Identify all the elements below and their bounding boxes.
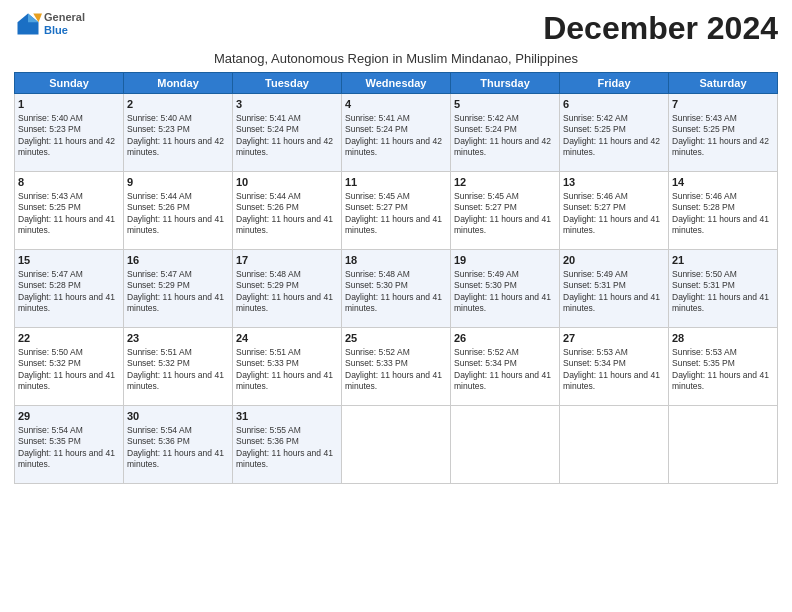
sunset-text: Sunset: 5:31 PM: [563, 280, 665, 291]
day-number: 28: [672, 331, 774, 346]
daylight-text: Daylight: 11 hours and 42 minutes.: [563, 136, 665, 159]
daylight-text: Daylight: 11 hours and 42 minutes.: [672, 136, 774, 159]
header: General Blue December 2024: [14, 10, 778, 47]
day-number: 1: [18, 97, 120, 112]
sunrise-text: Sunrise: 5:41 AM: [345, 113, 447, 124]
col-friday: Friday: [560, 73, 669, 94]
daylight-text: Daylight: 11 hours and 41 minutes.: [563, 292, 665, 315]
day-number: 17: [236, 253, 338, 268]
calendar-cell: 28Sunrise: 5:53 AMSunset: 5:35 PMDayligh…: [669, 328, 778, 406]
sunrise-text: Sunrise: 5:54 AM: [127, 425, 229, 436]
sunrise-text: Sunrise: 5:49 AM: [563, 269, 665, 280]
day-number: 25: [345, 331, 447, 346]
calendar-cell: 15Sunrise: 5:47 AMSunset: 5:28 PMDayligh…: [15, 250, 124, 328]
sunset-text: Sunset: 5:29 PM: [236, 280, 338, 291]
sunrise-text: Sunrise: 5:50 AM: [18, 347, 120, 358]
sunset-text: Sunset: 5:35 PM: [18, 436, 120, 447]
calendar-cell: 14Sunrise: 5:46 AMSunset: 5:28 PMDayligh…: [669, 172, 778, 250]
col-saturday: Saturday: [669, 73, 778, 94]
daylight-text: Daylight: 11 hours and 41 minutes.: [18, 448, 120, 471]
sunset-text: Sunset: 5:26 PM: [127, 202, 229, 213]
sunset-text: Sunset: 5:29 PM: [127, 280, 229, 291]
calendar-week-row: 1Sunrise: 5:40 AMSunset: 5:23 PMDaylight…: [15, 94, 778, 172]
calendar-cell: [560, 406, 669, 484]
calendar-cell: 9Sunrise: 5:44 AMSunset: 5:26 PMDaylight…: [124, 172, 233, 250]
daylight-text: Daylight: 11 hours and 41 minutes.: [127, 370, 229, 393]
col-tuesday: Tuesday: [233, 73, 342, 94]
day-number: 9: [127, 175, 229, 190]
calendar-cell: 3Sunrise: 5:41 AMSunset: 5:24 PMDaylight…: [233, 94, 342, 172]
daylight-text: Daylight: 11 hours and 42 minutes.: [345, 136, 447, 159]
calendar-cell: 1Sunrise: 5:40 AMSunset: 5:23 PMDaylight…: [15, 94, 124, 172]
calendar-cell: 2Sunrise: 5:40 AMSunset: 5:23 PMDaylight…: [124, 94, 233, 172]
calendar-cell: 27Sunrise: 5:53 AMSunset: 5:34 PMDayligh…: [560, 328, 669, 406]
daylight-text: Daylight: 11 hours and 42 minutes.: [236, 136, 338, 159]
logo-general: General: [44, 11, 85, 24]
sunset-text: Sunset: 5:25 PM: [563, 124, 665, 135]
calendar-cell: 17Sunrise: 5:48 AMSunset: 5:29 PMDayligh…: [233, 250, 342, 328]
day-number: 12: [454, 175, 556, 190]
calendar-cell: 11Sunrise: 5:45 AMSunset: 5:27 PMDayligh…: [342, 172, 451, 250]
daylight-text: Daylight: 11 hours and 41 minutes.: [127, 292, 229, 315]
daylight-text: Daylight: 11 hours and 41 minutes.: [672, 370, 774, 393]
day-number: 22: [18, 331, 120, 346]
calendar-cell: 22Sunrise: 5:50 AMSunset: 5:32 PMDayligh…: [15, 328, 124, 406]
daylight-text: Daylight: 11 hours and 41 minutes.: [454, 214, 556, 237]
day-number: 7: [672, 97, 774, 112]
calendar-cell: 8Sunrise: 5:43 AMSunset: 5:25 PMDaylight…: [15, 172, 124, 250]
sunrise-text: Sunrise: 5:49 AM: [454, 269, 556, 280]
day-number: 21: [672, 253, 774, 268]
day-number: 8: [18, 175, 120, 190]
sunset-text: Sunset: 5:35 PM: [672, 358, 774, 369]
sunset-text: Sunset: 5:24 PM: [345, 124, 447, 135]
sunset-text: Sunset: 5:27 PM: [454, 202, 556, 213]
sunset-text: Sunset: 5:32 PM: [127, 358, 229, 369]
daylight-text: Daylight: 11 hours and 41 minutes.: [454, 370, 556, 393]
sunset-text: Sunset: 5:27 PM: [345, 202, 447, 213]
daylight-text: Daylight: 11 hours and 41 minutes.: [563, 370, 665, 393]
sunrise-text: Sunrise: 5:48 AM: [345, 269, 447, 280]
day-number: 31: [236, 409, 338, 424]
daylight-text: Daylight: 11 hours and 41 minutes.: [672, 214, 774, 237]
sunset-text: Sunset: 5:23 PM: [18, 124, 120, 135]
daylight-text: Daylight: 11 hours and 41 minutes.: [127, 214, 229, 237]
logo-icon: [14, 10, 42, 38]
sunset-text: Sunset: 5:23 PM: [127, 124, 229, 135]
daylight-text: Daylight: 11 hours and 41 minutes.: [672, 292, 774, 315]
sunrise-text: Sunrise: 5:43 AM: [18, 191, 120, 202]
sunset-text: Sunset: 5:30 PM: [345, 280, 447, 291]
col-sunday: Sunday: [15, 73, 124, 94]
day-number: 6: [563, 97, 665, 112]
sunrise-text: Sunrise: 5:44 AM: [127, 191, 229, 202]
calendar-cell: 5Sunrise: 5:42 AMSunset: 5:24 PMDaylight…: [451, 94, 560, 172]
daylight-text: Daylight: 11 hours and 41 minutes.: [236, 292, 338, 315]
calendar-cell: 21Sunrise: 5:50 AMSunset: 5:31 PMDayligh…: [669, 250, 778, 328]
col-thursday: Thursday: [451, 73, 560, 94]
sunrise-text: Sunrise: 5:42 AM: [563, 113, 665, 124]
sunrise-text: Sunrise: 5:51 AM: [236, 347, 338, 358]
sunrise-text: Sunrise: 5:43 AM: [672, 113, 774, 124]
daylight-text: Daylight: 11 hours and 42 minutes.: [454, 136, 556, 159]
sunset-text: Sunset: 5:24 PM: [236, 124, 338, 135]
calendar-cell: 29Sunrise: 5:54 AMSunset: 5:35 PMDayligh…: [15, 406, 124, 484]
sunset-text: Sunset: 5:31 PM: [672, 280, 774, 291]
sunrise-text: Sunrise: 5:53 AM: [672, 347, 774, 358]
sunrise-text: Sunrise: 5:45 AM: [345, 191, 447, 202]
calendar-body: 1Sunrise: 5:40 AMSunset: 5:23 PMDaylight…: [15, 94, 778, 484]
day-number: 20: [563, 253, 665, 268]
sunrise-text: Sunrise: 5:40 AM: [127, 113, 229, 124]
day-number: 29: [18, 409, 120, 424]
day-number: 19: [454, 253, 556, 268]
day-number: 23: [127, 331, 229, 346]
calendar-week-row: 22Sunrise: 5:50 AMSunset: 5:32 PMDayligh…: [15, 328, 778, 406]
sunrise-text: Sunrise: 5:51 AM: [127, 347, 229, 358]
sunset-text: Sunset: 5:32 PM: [18, 358, 120, 369]
calendar-week-row: 8Sunrise: 5:43 AMSunset: 5:25 PMDaylight…: [15, 172, 778, 250]
day-number: 13: [563, 175, 665, 190]
sunset-text: Sunset: 5:26 PM: [236, 202, 338, 213]
calendar-cell: 7Sunrise: 5:43 AMSunset: 5:25 PMDaylight…: [669, 94, 778, 172]
day-number: 4: [345, 97, 447, 112]
calendar-cell: 16Sunrise: 5:47 AMSunset: 5:29 PMDayligh…: [124, 250, 233, 328]
sunrise-text: Sunrise: 5:52 AM: [454, 347, 556, 358]
sunrise-text: Sunrise: 5:46 AM: [672, 191, 774, 202]
